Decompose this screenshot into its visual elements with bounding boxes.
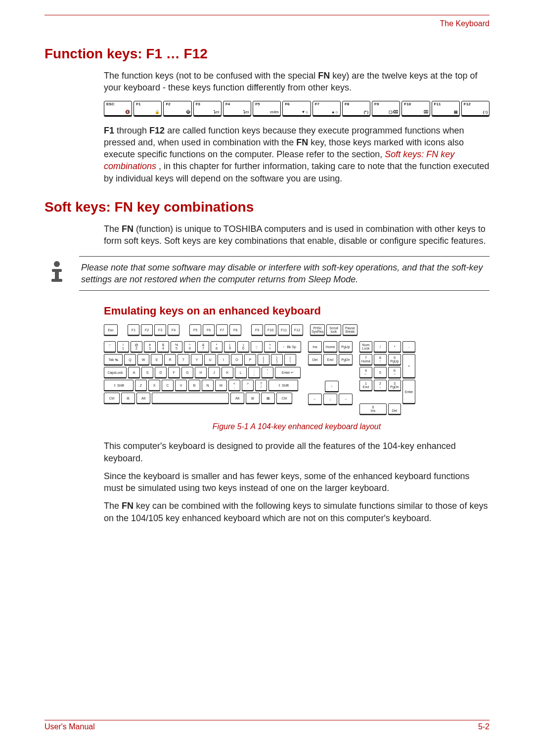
keycap: F [168, 367, 180, 378]
keycap-f4: F4⤵▭ [223, 101, 251, 116]
text-bold-fn: FN [122, 501, 134, 511]
keycap: %5 [171, 341, 182, 352]
keycap: J [208, 367, 220, 378]
keycap: Z [135, 380, 147, 391]
heading-emulating-keys: Emulating keys on an enhanced keyboard [104, 305, 490, 317]
keycap: 1End [359, 380, 372, 391]
heading-soft-keys: Soft keys: FN key combinations [44, 199, 490, 215]
keycap: !1 [117, 341, 129, 352]
keycap: F2 [141, 324, 153, 335]
keycap: Tab ↹ [104, 354, 123, 365]
keycap: F6 [203, 324, 215, 335]
keycap: → [339, 394, 353, 404]
keycap: CapsLock [104, 367, 127, 378]
keycap: H [195, 367, 207, 378]
keycap: F10 [265, 324, 276, 335]
keycap: (9 [224, 341, 236, 352]
keycap: Enter [402, 380, 415, 403]
figure-fkey-row: ESC🔇F1🔒F2⏻F3⤵▭F4⤵▭F5▭/▭F6▼☼F7▲☼F8(ˣ)F9▢/… [104, 101, 490, 116]
keycap: Alt [230, 393, 244, 403]
svg-point-0 [54, 261, 60, 267]
text: key can be combined with the following k… [104, 501, 488, 523]
keycap: 2↓ [374, 380, 387, 391]
keycap: I [218, 354, 229, 365]
keycap: :; [248, 367, 260, 378]
keycap: F1 [128, 324, 139, 335]
keycap: Del [308, 354, 322, 365]
keycap: ← [308, 394, 322, 404]
heading-function-keys: Function keys: F1 … F12 [44, 46, 490, 62]
keycap: F9 [251, 324, 263, 335]
keycap: F3 [154, 324, 166, 335]
keycap: M [215, 380, 227, 391]
keycap-f5: F5▭/▭ [253, 101, 281, 116]
keycap: 9PgUp [388, 354, 401, 365]
keycap: ⊞ [246, 393, 260, 403]
keycap: 6→ [388, 367, 401, 378]
footer: User's Manual 5-2 [44, 720, 490, 731]
keycap-f3: F3⤵▭ [193, 101, 222, 116]
keycap-f12: F12(↕) [461, 101, 490, 116]
keycap: 7Home [359, 354, 372, 365]
keycap: X [148, 380, 160, 391]
keycap: Scrolllock [326, 324, 341, 335]
text: , in this chapter for further informatio… [104, 161, 489, 183]
paragraph: The function keys (not to be confused wi… [104, 70, 490, 94]
keycap: Alt [136, 393, 150, 403]
paragraph: This computer's keyboard is designed to … [104, 440, 490, 464]
keycap: ⊞ [121, 393, 135, 403]
keycap: Y [191, 354, 203, 365]
keycap: )0 [237, 341, 249, 352]
keycap: ⇧ Shift [268, 380, 298, 391]
keycap: Home [323, 341, 337, 352]
keycap: N [202, 380, 214, 391]
keycap: ▤ [261, 393, 275, 403]
keycap: 0Ins [359, 403, 387, 414]
keycap: Esc [104, 324, 118, 335]
svg-rect-2 [55, 269, 59, 280]
keycap: ↑ [325, 381, 339, 392]
keycap: U [204, 354, 216, 365]
keycap: *8 [211, 341, 222, 352]
keycap: W [137, 354, 149, 365]
keycap: F11 [278, 324, 290, 335]
keycap: E [151, 354, 163, 365]
keycap: "' [262, 367, 273, 378]
paragraph: The FN key can be combined with the foll… [104, 500, 490, 524]
keycap: 3PgDn [388, 380, 401, 391]
keycap: 5 [374, 367, 387, 378]
keycap: $4 [157, 341, 169, 352]
keycap-f11: F11▤ [432, 101, 460, 116]
keycap-f7: F7▲☼ [312, 101, 341, 116]
keycap: End [323, 354, 337, 365]
header-chapter: The Keyboard [44, 17, 490, 31]
keycap: D [155, 367, 167, 378]
keycap: R [164, 354, 176, 365]
keycap: T [178, 354, 189, 365]
svg-rect-3 [51, 279, 62, 282]
keycap: / [374, 341, 387, 352]
keycap: K [222, 367, 233, 378]
keycap: PrtScSysReq [310, 324, 325, 335]
keycap: .Del [388, 403, 401, 414]
text-bold-f12: F12 [149, 126, 165, 135]
keycap: <, [228, 380, 240, 391]
keycap: |\ [284, 354, 296, 365]
keycap: F12 [291, 324, 303, 335]
keycap: Enter ↵ [275, 367, 301, 378]
keycap: PauseBreak [343, 324, 357, 335]
note-block: Please note that some software may disab… [44, 256, 490, 291]
keycap: ⇧ Shift [104, 380, 134, 391]
keycap [152, 393, 229, 403]
footer-manual-label: User's Manual [44, 722, 95, 731]
keycap: ~` [104, 341, 116, 352]
keycap: 4← [359, 367, 372, 378]
text: The [104, 224, 122, 234]
keycap: NumLock [359, 341, 372, 352]
keycap-esc: ESC🔇 [104, 101, 132, 116]
text-bold-f1: F1 [104, 126, 114, 135]
footer-page-number: 5-2 [478, 722, 490, 731]
keycap: {[ [258, 354, 269, 365]
keycap: Q [124, 354, 136, 365]
keycap: F7 [216, 324, 228, 335]
